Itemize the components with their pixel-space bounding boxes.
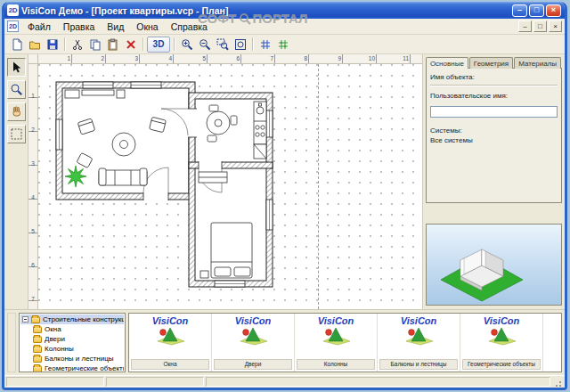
tree-item[interactable]: Окна bbox=[20, 324, 124, 334]
paste-button[interactable] bbox=[104, 37, 121, 53]
divider bbox=[430, 85, 558, 86]
library-item[interactable]: VisiCon Геометрические объекты bbox=[460, 314, 543, 372]
library-item-label: Окна bbox=[131, 359, 209, 370]
close-button[interactable]: × bbox=[546, 4, 561, 17]
tree-item[interactable]: Балконы и лестницы bbox=[20, 354, 124, 363]
visicon-logo-icon bbox=[403, 326, 435, 346]
toolbar-separator bbox=[174, 37, 175, 51]
ruler-number: 10 bbox=[343, 54, 377, 63]
copy-button[interactable] bbox=[86, 37, 103, 53]
zoom-extents-button[interactable] bbox=[232, 37, 248, 53]
minimize-button[interactable]: – bbox=[512, 4, 527, 17]
folder-icon bbox=[33, 346, 42, 353]
mdi-restore-button[interactable]: □ bbox=[533, 20, 547, 32]
status-bar bbox=[4, 375, 565, 388]
document-icon: 2D bbox=[7, 20, 19, 32]
select-tool-button[interactable] bbox=[7, 58, 26, 77]
visicon-logo-icon bbox=[154, 326, 186, 346]
custom-name-input[interactable] bbox=[430, 106, 558, 118]
menu-items: ФайлПравкаВидОкнаСправка bbox=[21, 20, 214, 33]
floor-plan bbox=[40, 66, 422, 308]
zoom-window-button[interactable] bbox=[214, 37, 231, 53]
zoom-area-tool-button[interactable] bbox=[7, 125, 26, 143]
ruler-number: 7 bbox=[28, 267, 37, 301]
pan-tool-button[interactable] bbox=[7, 102, 26, 121]
zoom-in-button[interactable] bbox=[178, 37, 195, 53]
tree-item[interactable]: Двери bbox=[20, 334, 124, 344]
new-button[interactable] bbox=[8, 37, 25, 53]
ruler-number: 8 bbox=[275, 54, 309, 63]
ruler-corner bbox=[28, 54, 38, 64]
library-splitter[interactable] bbox=[7, 313, 16, 372]
preview-3d-render bbox=[427, 225, 534, 305]
view-3d-button[interactable]: 3D bbox=[147, 37, 170, 53]
app-icon: 2D bbox=[7, 4, 19, 16]
folder-icon bbox=[33, 336, 42, 343]
visicon-logo-text: VisiCon bbox=[152, 316, 189, 326]
library-item-label: Балконы и лестницы bbox=[379, 359, 458, 370]
library-item[interactable]: VisiCon Балконы и лестницы bbox=[378, 314, 460, 372]
grid-toggle-button[interactable] bbox=[256, 37, 273, 53]
status-cell bbox=[6, 377, 104, 387]
visicon-logo-text: VisiCon bbox=[401, 316, 437, 326]
menu-item[interactable]: Окна bbox=[130, 20, 164, 33]
preview-3d-viewport[interactable] bbox=[426, 224, 562, 306]
zoom-out-button[interactable] bbox=[196, 37, 213, 53]
library-item[interactable]: VisiCon Двери bbox=[212, 314, 295, 372]
ruler-number: 3 bbox=[106, 54, 140, 63]
save-button[interactable] bbox=[44, 37, 61, 53]
status-cell bbox=[206, 377, 550, 387]
titlebar[interactable]: 2D VisiCon Демо - [Проект квартиры.vcp -… bbox=[4, 2, 565, 19]
zoom-tool-button[interactable] bbox=[7, 80, 26, 99]
tree-children: Окна Двери Колонны bbox=[20, 324, 124, 372]
mdi-controls: – □ × bbox=[518, 20, 562, 32]
ruler-number: 4 bbox=[140, 54, 174, 63]
delete-button[interactable] bbox=[122, 37, 139, 53]
library-item-label: Геометрические объекты bbox=[462, 359, 541, 370]
library-item[interactable]: VisiCon Колонны bbox=[295, 314, 378, 372]
tree-root[interactable]: Строительные конструкции bbox=[20, 314, 124, 324]
systems-label: Системы: bbox=[430, 127, 558, 135]
vertical-ruler: 1234567 bbox=[28, 64, 38, 309]
ruler-number: 2 bbox=[72, 54, 106, 63]
library-item[interactable]: VisiCon Окна bbox=[129, 314, 212, 372]
menu-item[interactable]: Справка bbox=[165, 20, 214, 33]
drawing-canvas[interactable] bbox=[38, 64, 422, 309]
maximize-button[interactable]: □ bbox=[529, 4, 544, 17]
canvas-row: 1234567 bbox=[28, 64, 422, 309]
mdi-close-button[interactable]: × bbox=[549, 20, 562, 32]
status-cell bbox=[106, 377, 204, 387]
resize-grip[interactable] bbox=[552, 377, 563, 387]
menu-item[interactable]: Вид bbox=[101, 20, 130, 33]
properties-tab[interactable]: Материалы bbox=[514, 57, 561, 69]
visicon-logo-text: VisiCon bbox=[318, 316, 354, 326]
cut-button[interactable] bbox=[69, 37, 86, 53]
mdi-minimize-button[interactable]: – bbox=[518, 20, 532, 32]
library-tree: Строительные конструкции Окна Двери bbox=[19, 313, 126, 372]
ruler-number: 6 bbox=[28, 233, 37, 267]
app-window: 2D VisiCon Демо - [Проект квартиры.vcp -… bbox=[2, 2, 567, 390]
visicon-logo-text: VisiCon bbox=[484, 316, 520, 326]
tree-item[interactable]: Колонны bbox=[20, 344, 124, 354]
snap-toggle-button[interactable] bbox=[274, 37, 291, 53]
tree-item[interactable]: Геометрические объекты bbox=[20, 363, 124, 372]
menu-item[interactable]: Правка bbox=[57, 20, 101, 33]
work-area: 1234567891011 1234567 bbox=[4, 54, 565, 309]
properties-tab[interactable]: Основные bbox=[426, 57, 468, 69]
page-boundary-line bbox=[318, 64, 319, 309]
library-item-label: Колонны bbox=[297, 359, 375, 370]
canvas-zone: 1234567891011 1234567 bbox=[28, 54, 423, 309]
toolbar-separator bbox=[252, 37, 253, 51]
tree-item-label: Геометрические объекты bbox=[45, 364, 124, 372]
open-button[interactable] bbox=[26, 37, 43, 53]
folder-icon bbox=[33, 355, 42, 363]
visicon-logo-icon bbox=[320, 326, 352, 346]
folder-icon bbox=[31, 316, 40, 323]
menu-item[interactable]: Файл bbox=[21, 20, 57, 33]
ruler-number: 9 bbox=[309, 54, 343, 63]
properties-tabs: ОсновныеГеометрияМатериалы bbox=[426, 57, 562, 69]
folder-icon bbox=[33, 365, 42, 372]
window-title: VisiCon Демо - [Проект квартиры.vcp - Пл… bbox=[21, 5, 509, 16]
tree-expander-icon[interactable] bbox=[22, 316, 28, 323]
properties-tab[interactable]: Геометрия bbox=[469, 57, 513, 69]
